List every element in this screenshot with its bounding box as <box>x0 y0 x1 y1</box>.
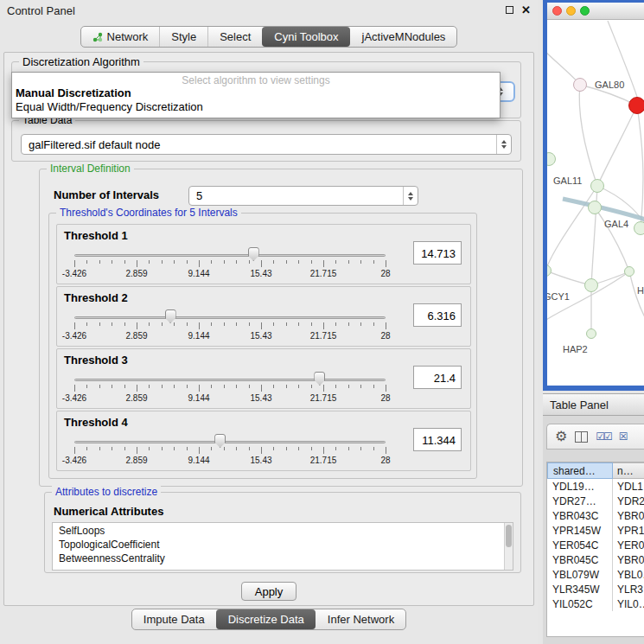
columns-icon[interactable] <box>575 431 588 443</box>
table-row[interactable]: YER054CYER0… <box>547 538 644 552</box>
cell-name[interactable]: YBR0… <box>613 552 644 567</box>
cell-name[interactable]: YBR0… <box>613 508 644 523</box>
cell-shared-name[interactable]: YER054C <box>547 538 613 552</box>
network-node[interactable] <box>634 221 644 235</box>
scale-label: 21.715 <box>310 393 337 403</box>
network-window-inner: GAL80GAL11GAL4GCY1HAP2H <box>547 3 644 386</box>
threshold-2-value-input[interactable]: 6.316 <box>413 303 462 327</box>
window-buttons: ✕ <box>506 5 531 15</box>
threshold-3-value-input[interactable]: 21.4 <box>413 366 462 389</box>
cell-name[interactable]: YPR1… <box>613 523 644 538</box>
cell-shared-name[interactable]: YBR045C <box>547 552 613 567</box>
network-node[interactable] <box>573 78 587 92</box>
attribute-list-item[interactable]: SelfLoops <box>53 524 504 538</box>
table-toolbar: ⚙ ☑☑ ☒ <box>546 424 644 450</box>
cell-shared-name[interactable]: YIL052C <box>547 596 613 611</box>
cell-name[interactable]: YDL1… <box>613 479 644 494</box>
num-intervals-value: 5 <box>189 189 403 202</box>
table-row[interactable]: YBL079WYBL0… <box>547 567 644 582</box>
tick-mark <box>335 260 336 264</box>
slider-thumb[interactable] <box>248 247 259 261</box>
slider-track[interactable] <box>74 441 386 443</box>
threshold-3-slider[interactable]: -3.4262.8599.14415.4321.71528 <box>74 372 386 406</box>
network-node[interactable] <box>590 179 604 193</box>
scale-label: 9.144 <box>188 331 209 341</box>
tab-discretize-data[interactable]: Discretize Data <box>216 609 316 629</box>
cell-shared-name[interactable]: YBL079W <box>547 567 613 582</box>
tick-mark <box>311 385 312 388</box>
tab-cyni-toolbox[interactable]: Cyni Toolbox <box>262 27 349 47</box>
dropdown-option-equal-width-frequency[interactable]: Equal Width/Frequency Discretization <box>12 100 500 114</box>
threshold-2-slider[interactable]: -3.4262.8599.14415.4321.71528 <box>74 309 386 344</box>
threshold-1-slider[interactable]: -3.4262.8599.14415.4321.71528 <box>74 247 386 282</box>
show-all-columns-icon[interactable]: ☑☑ <box>596 430 611 443</box>
threshold-4-slider[interactable]: -3.4262.8599.14415.4321.71528 <box>74 434 386 469</box>
scrollbar-thumb[interactable] <box>506 525 512 547</box>
table-row[interactable]: YDL19…YDL1… <box>547 479 644 494</box>
tab-network[interactable]: Network <box>81 27 160 47</box>
num-intervals-combo[interactable]: 5 <box>188 186 418 206</box>
apply-button[interactable]: Apply <box>241 582 296 601</box>
scale-label: -3.426 <box>62 269 86 278</box>
cell-name[interactable]: YBL0… <box>613 567 644 582</box>
tick-mark <box>149 260 150 264</box>
column-header-shared-name[interactable]: shared… <box>547 462 613 479</box>
network-node[interactable] <box>584 278 598 292</box>
hide-columns-icon[interactable]: ☒ <box>619 430 627 443</box>
network-node[interactable] <box>586 328 596 339</box>
cell-shared-name[interactable]: YDR27… <box>547 494 613 508</box>
tick-mark <box>199 322 200 329</box>
cell-name[interactable]: YDR2… <box>613 494 644 508</box>
table-row[interactable]: YBR043CYBR0… <box>547 508 644 523</box>
scrollbar[interactable] <box>504 523 513 570</box>
column-header-name[interactable]: n… <box>613 462 644 479</box>
minimize-traffic-light[interactable] <box>566 6 576 16</box>
threshold-4-value-input[interactable]: 11.344 <box>413 428 462 451</box>
tick-mark <box>112 385 112 388</box>
slider-thumb[interactable] <box>165 309 176 323</box>
close-traffic-light[interactable] <box>552 6 562 16</box>
cell-name[interactable]: YLR3… <box>613 582 644 596</box>
table-data-combo[interactable]: galFiltered.sif default node <box>21 134 512 155</box>
attribute-list-item[interactable]: BetweennessCentrality <box>53 552 504 565</box>
table-row[interactable]: YDR27…YDR2… <box>547 494 644 508</box>
tab-infer-network[interactable]: Infer Network <box>316 609 405 629</box>
slider-thumb[interactable] <box>314 372 325 386</box>
cell-name[interactable]: YIL0… <box>613 596 644 611</box>
cell-shared-name[interactable]: YLR345W <box>547 582 613 596</box>
tab-select[interactable]: Select <box>207 27 262 47</box>
slider-track[interactable] <box>74 316 386 319</box>
tick-mark <box>298 447 299 450</box>
network-node[interactable] <box>628 97 644 114</box>
cell-shared-name[interactable]: YDL19… <box>547 479 613 494</box>
node-label: GAL11 <box>553 175 582 186</box>
tick-mark <box>335 447 336 450</box>
tick-mark <box>149 322 150 326</box>
close-icon[interactable]: ✕ <box>521 5 531 15</box>
slider-track[interactable] <box>74 254 386 257</box>
threshold-4-panel: Threshold 4 -3.4262.8599.14415.4321.7152… <box>56 411 471 471</box>
slider-thumb[interactable] <box>214 434 226 448</box>
tab-jactivemodules[interactable]: jActiveMNodules <box>350 27 457 47</box>
dropdown-option-manual-discretization[interactable]: Manual Discretization <box>12 86 500 100</box>
slider-track[interactable] <box>74 379 386 381</box>
attribute-list-item[interactable]: TopologicalCoefficient <box>53 538 504 552</box>
tab-impute-data[interactable]: Impute Data <box>132 609 216 629</box>
cell-name[interactable]: YER0… <box>613 538 644 552</box>
table-row[interactable]: YPR145WYPR1… <box>547 523 644 538</box>
zoom-traffic-light[interactable] <box>580 6 590 16</box>
network-titlebar[interactable] <box>547 3 644 20</box>
float-window-icon[interactable] <box>506 6 513 14</box>
network-canvas[interactable]: GAL80GAL11GAL4GCY1HAP2H <box>547 21 644 386</box>
tick-mark <box>273 447 274 450</box>
table-row[interactable]: YLR345WYLR3… <box>547 582 644 596</box>
gear-icon[interactable]: ⚙ <box>555 430 567 443</box>
network-node[interactable] <box>624 266 634 277</box>
cell-shared-name[interactable]: YBR043C <box>547 508 613 523</box>
threshold-1-value-input[interactable]: 14.713 <box>413 241 462 265</box>
table-row[interactable]: YIL052CYIL0… <box>547 596 644 611</box>
tab-style[interactable]: Style <box>159 27 207 47</box>
network-node[interactable] <box>588 201 602 214</box>
cell-shared-name[interactable]: YPR145W <box>547 523 613 538</box>
table-row[interactable]: YBR045CYBR0… <box>547 552 644 567</box>
